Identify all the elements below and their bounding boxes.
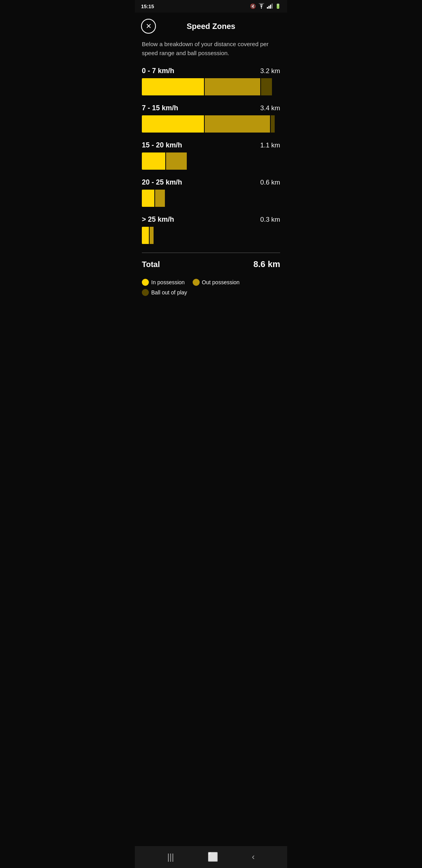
mute-icon: 🔇 — [250, 4, 256, 9]
bar-out_possession — [155, 190, 165, 207]
total-label: Total — [142, 260, 160, 269]
battery-icon: 🔋 — [275, 4, 281, 9]
status-bar: 15:15 🔇 🔋 — [135, 0, 287, 13]
zone-bar-3 — [142, 190, 280, 207]
legend-item-ball_out: Ball out of play — [142, 289, 187, 296]
zone-label-1: 7 - 15 km/h — [142, 104, 178, 112]
zone-value-4: 0.3 km — [260, 216, 280, 224]
wifi-icon — [258, 3, 265, 10]
bar-ball_out — [261, 78, 272, 95]
bar-out_possession — [205, 78, 260, 95]
legend-item-in_possession: In possession — [142, 279, 185, 286]
legend-dot-out_possession — [193, 279, 200, 286]
zone-value-2: 1.1 km — [260, 142, 280, 149]
bar-in_possession — [142, 152, 165, 170]
bar-out_possession — [205, 115, 270, 133]
bar-out_possession — [150, 227, 154, 244]
zone-label-2: 15 - 20 km/h — [142, 141, 182, 149]
total-value: 8.6 km — [254, 259, 281, 269]
speed-zone-0: 0 - 7 km/h3.2 km — [142, 67, 280, 95]
status-time: 15:15 — [141, 4, 154, 9]
zone-bar-2 — [142, 152, 280, 170]
svg-rect-4 — [272, 4, 273, 9]
nav-home-icon[interactable]: ⬜ — [207, 852, 218, 862]
legend-dot-ball_out — [142, 289, 149, 296]
zone-value-3: 0.6 km — [260, 179, 280, 187]
page-title: Speed Zones — [156, 22, 266, 31]
speed-zones-list: 0 - 7 km/h3.2 km7 - 15 km/h3.4 km15 - 20… — [142, 67, 280, 244]
legend-text-out_possession: Out possession — [202, 279, 240, 285]
status-icons: 🔇 🔋 — [250, 3, 281, 10]
close-button[interactable]: ✕ — [141, 19, 156, 34]
nav-recent-icon[interactable]: ||| — [167, 852, 174, 862]
total-row: Total 8.6 km — [142, 259, 280, 269]
zone-bar-4 — [142, 227, 280, 244]
legend-item-out_possession: Out possession — [193, 279, 240, 286]
nav-bar: ||| ⬜ ‹ — [135, 846, 287, 868]
nav-back-icon[interactable]: ‹ — [252, 852, 255, 862]
zone-value-0: 3.2 km — [260, 67, 280, 75]
header: ✕ Speed Zones — [135, 13, 287, 37]
svg-rect-2 — [268, 6, 270, 9]
speed-zone-4: > 25 km/h0.3 km — [142, 215, 280, 244]
zone-value-1: 3.4 km — [260, 104, 280, 112]
speed-zone-1: 7 - 15 km/h3.4 km — [142, 104, 280, 133]
signal-icon — [267, 3, 273, 10]
zone-bar-1 — [142, 115, 280, 133]
close-icon: ✕ — [146, 22, 152, 30]
legend-text-ball_out: Ball out of play — [151, 289, 187, 296]
bar-in_possession — [142, 115, 204, 133]
divider — [142, 253, 280, 253]
svg-rect-1 — [267, 7, 268, 9]
legend-text-in_possession: In possession — [151, 279, 185, 285]
speed-zone-2: 15 - 20 km/h1.1 km — [142, 141, 280, 170]
zone-bar-0 — [142, 78, 280, 95]
svg-point-0 — [261, 7, 262, 8]
bar-out_possession — [166, 152, 187, 170]
bar-in_possession — [142, 78, 204, 95]
legend-dot-in_possession — [142, 279, 149, 286]
zone-label-3: 20 - 25 km/h — [142, 178, 182, 187]
zone-label-4: > 25 km/h — [142, 215, 174, 224]
zone-label-0: 0 - 7 km/h — [142, 67, 174, 75]
bar-in_possession — [142, 227, 149, 244]
content: Below a breakdown of your distance cover… — [135, 37, 287, 846]
bar-in_possession — [142, 190, 154, 207]
legend: In possessionOut possessionBall out of p… — [142, 277, 280, 298]
bar-ball_out — [271, 115, 275, 133]
svg-rect-3 — [270, 5, 271, 9]
subtitle-text: Below a breakdown of your distance cover… — [142, 40, 280, 57]
speed-zone-3: 20 - 25 km/h0.6 km — [142, 178, 280, 207]
